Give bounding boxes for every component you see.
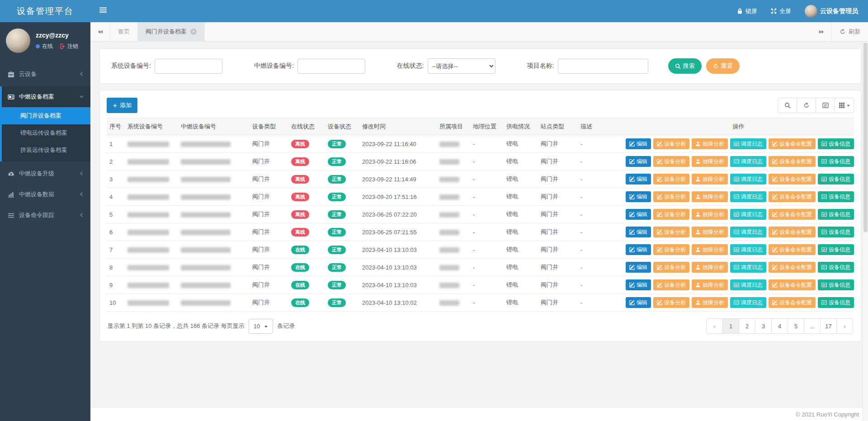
row-action-button[interactable]: 设备信息: [818, 191, 854, 202]
row-action-button[interactable]: 设备信息: [818, 244, 854, 255]
row-action-button[interactable]: 编辑: [626, 279, 651, 290]
row-action-button[interactable]: 故障分析: [692, 244, 728, 255]
row-action-button[interactable]: 编辑: [626, 174, 651, 184]
scrollbar-thumb[interactable]: [863, 43, 868, 232]
row-action-button[interactable]: 调度日志: [730, 209, 766, 220]
page-number-button[interactable]: 4: [771, 318, 788, 334]
row-action-button[interactable]: 调度日志: [730, 227, 766, 237]
logout-button[interactable]: 注销: [60, 43, 78, 50]
vertical-scrollbar[interactable]: [863, 42, 868, 421]
sidebar-subitem[interactable]: 锂电远传设备档案: [2, 124, 90, 142]
row-action-button[interactable]: 编辑: [626, 297, 651, 308]
page-number-button[interactable]: 2: [739, 318, 755, 334]
fullscreen-button[interactable]: 全屏: [771, 7, 791, 15]
row-action-button[interactable]: 设备分析: [653, 227, 689, 237]
sidebar-item[interactable]: 中燃设备升级: [2, 163, 90, 184]
lock-screen-button[interactable]: 锁屏: [737, 7, 757, 15]
system-device-no-input[interactable]: [155, 59, 222, 74]
row-action-button[interactable]: 编辑: [626, 244, 651, 255]
row-action-button[interactable]: 编辑: [626, 227, 651, 237]
page-number-button[interactable]: 5: [788, 318, 804, 334]
row-action-button[interactable]: 设备分析: [653, 262, 689, 273]
gas-device-no-input[interactable]: [297, 59, 365, 74]
row-action-button[interactable]: 故障分析: [692, 279, 728, 290]
row-action-button[interactable]: 故障分析: [692, 156, 728, 167]
row-action-button[interactable]: 调度日志: [730, 262, 766, 273]
row-action-button[interactable]: 编辑: [626, 209, 651, 220]
sidebar-item[interactable]: 中燃设备数据: [2, 184, 90, 205]
row-action-button[interactable]: 故障分析: [692, 262, 728, 273]
row-action-button[interactable]: 设备分析: [653, 279, 689, 290]
page-number-button[interactable]: 1: [722, 318, 739, 334]
row-action-button[interactable]: 设备信息: [818, 209, 854, 220]
tabs-scroll-right-button[interactable]: [811, 22, 831, 41]
add-button[interactable]: 添加: [107, 98, 137, 113]
page-number-button[interactable]: 17: [820, 318, 837, 334]
row-action-button[interactable]: 设备分析: [653, 297, 689, 308]
row-action-button[interactable]: 故障分析: [692, 138, 728, 149]
page-prev-button[interactable]: ‹: [706, 318, 723, 334]
row-action-button[interactable]: 调度日志: [730, 156, 766, 167]
row-action-button[interactable]: 调度日志: [730, 174, 766, 184]
row-action-button[interactable]: 设备信息: [818, 297, 854, 308]
row-action-button[interactable]: 设备命令配置: [769, 227, 816, 237]
row-action-button[interactable]: 设备信息: [818, 279, 854, 290]
row-action-button[interactable]: 设备命令配置: [769, 191, 816, 202]
row-action-button[interactable]: 设备信息: [818, 262, 854, 273]
row-action-button[interactable]: 调度日志: [730, 138, 766, 149]
per-page-select[interactable]: 10: [249, 319, 273, 334]
row-action-button[interactable]: 设备命令配置: [769, 297, 816, 308]
row-action-button[interactable]: 调度日志: [730, 191, 766, 202]
sidebar-item[interactable]: 设备命令跟踪: [2, 205, 90, 226]
tab[interactable]: 首页: [110, 22, 138, 41]
row-action-button[interactable]: 调度日志: [730, 297, 766, 308]
row-action-button[interactable]: 设备信息: [818, 138, 854, 149]
tab[interactable]: 阀门井设备档案×: [138, 22, 205, 41]
row-action-button[interactable]: 设备信息: [818, 227, 854, 237]
row-action-button[interactable]: 设备命令配置: [769, 209, 816, 220]
row-action-button[interactable]: 编辑: [626, 156, 651, 167]
row-action-button[interactable]: 故障分析: [692, 297, 728, 308]
row-action-button[interactable]: 编辑: [626, 138, 651, 149]
sidebar-toggle-button[interactable]: [90, 6, 116, 16]
row-action-button[interactable]: 故障分析: [692, 191, 728, 202]
page-number-button[interactable]: 3: [755, 318, 772, 334]
row-action-button[interactable]: 设备分析: [653, 191, 689, 202]
tabs-scroll-left-button[interactable]: [90, 22, 110, 41]
row-action-button[interactable]: 编辑: [626, 191, 651, 202]
row-action-button[interactable]: 故障分析: [692, 174, 728, 184]
columns-button[interactable]: [835, 98, 854, 113]
row-action-button[interactable]: 设备分析: [653, 244, 689, 255]
user-avatar[interactable]: [6, 28, 30, 53]
sidebar-subitem[interactable]: 拼装远传设备档案: [2, 142, 90, 159]
row-action-button[interactable]: 调度日志: [730, 279, 766, 290]
sidebar-item[interactable]: 云设备: [2, 64, 90, 85]
row-action-button[interactable]: 设备分析: [653, 156, 689, 167]
row-action-button[interactable]: 设备命令配置: [769, 244, 816, 255]
detail-view-button[interactable]: [816, 98, 835, 113]
row-action-button[interactable]: 设备分析: [653, 174, 689, 184]
page-next-button[interactable]: ›: [836, 318, 853, 334]
row-action-button[interactable]: 设备分析: [653, 209, 689, 220]
row-action-button[interactable]: 设备分析: [653, 138, 689, 149]
row-action-button[interactable]: 设备信息: [818, 156, 854, 167]
row-action-button[interactable]: 故障分析: [692, 209, 728, 220]
row-action-button[interactable]: 设备命令配置: [769, 174, 816, 184]
search-button[interactable]: [778, 98, 797, 113]
sidebar-subitem[interactable]: 阀门井设备档案: [2, 107, 90, 124]
row-action-button[interactable]: 设备命令配置: [769, 279, 816, 290]
search-button[interactable]: 搜索: [668, 58, 702, 74]
row-action-button[interactable]: 编辑: [626, 262, 651, 273]
row-action-button[interactable]: 设备命令配置: [769, 138, 816, 149]
row-action-button[interactable]: 调度日志: [730, 244, 766, 255]
refresh-button[interactable]: [797, 98, 816, 113]
row-action-button[interactable]: 故障分析: [692, 227, 728, 237]
reset-button[interactable]: 重置: [706, 58, 740, 74]
row-action-button[interactable]: 设备命令配置: [769, 262, 816, 273]
online-status-select[interactable]: --请选择--: [428, 58, 495, 74]
admin-menu[interactable]: 云设备管理员: [805, 5, 858, 18]
project-name-input[interactable]: [558, 59, 648, 74]
row-action-button[interactable]: 设备命令配置: [769, 156, 816, 167]
tab-refresh-button[interactable]: 刷新: [831, 22, 868, 41]
sidebar-item[interactable]: 中燃设备档案: [2, 86, 90, 107]
